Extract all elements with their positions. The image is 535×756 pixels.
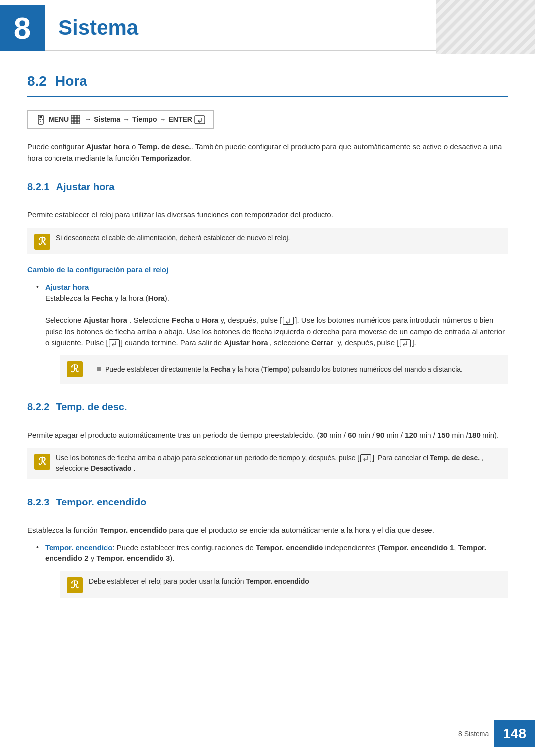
svg-point-6 (40, 121, 41, 122)
footer-label: 8 Sistema (458, 729, 494, 739)
menu-label: MENU (49, 114, 69, 125)
enter-inline-3 (400, 339, 411, 347)
enter-inline-4 (360, 454, 371, 462)
chapter-title: Sistema (58, 12, 138, 43)
arrow-sep-2: → (123, 114, 130, 125)
subsection-8-2-1-body: Permite establecer el reloj para utiliza… (27, 209, 508, 221)
svg-point-5 (40, 119, 41, 120)
page-content: 8.2 Hora MENU → (0, 71, 535, 648)
temporizador-bold: Temporizador (141, 154, 190, 162)
enter-inline-2 (109, 339, 120, 347)
bullet-list-823: Tempor. encendido: Puede establecer tres… (27, 542, 508, 598)
svg-rect-11 (77, 115, 80, 118)
bullet-ajustar-sub2: Seleccione Ajustar hora . Seleccione Fec… (45, 316, 505, 347)
subsection-8-2-1-label: Ajustar hora (56, 179, 114, 194)
intro-paragraph: Puede configurar Ajustar hora o Temp. de… (27, 141, 508, 164)
hora-bold: Hora (148, 294, 165, 302)
salir-ajustar: Ajustar hora (224, 338, 268, 347)
cambio-heading: Cambio de la configuración para el reloj (27, 264, 508, 276)
seleccione-fecha: Fecha (172, 316, 193, 324)
svg-rect-4 (40, 116, 42, 118)
tempor-enc-bullet-title: Tempor. encendido (45, 543, 112, 552)
menu-path-box: MENU → Sistema → Tiempo → ENTER (27, 110, 214, 129)
svg-rect-21 (283, 317, 294, 325)
tempor-enc-note-bold: Tempor. encendido (246, 577, 309, 585)
tempor-3: Tempor. encendido 3 (96, 554, 170, 562)
svg-rect-9 (71, 115, 74, 118)
subsection-8-2-3: 8.2.3 Tempor. encendido Establezca la fu… (27, 495, 508, 598)
arrow-sep-1: → (84, 114, 91, 125)
enter-inline-1 (283, 317, 294, 325)
bullet-ajustar-sub1: Establezca la Fecha y la hora (Hora). (45, 294, 169, 302)
menu-sistema: Sistema (94, 114, 120, 125)
150min: 150 (437, 431, 450, 439)
60min: 60 (348, 431, 356, 439)
enter-icon (194, 115, 205, 124)
180min: 180 (468, 431, 481, 439)
svg-rect-17 (77, 121, 80, 124)
120min: 120 (405, 431, 417, 439)
fecha-bold-2: Fecha (210, 365, 230, 373)
section-8-2-header: 8.2 Hora (27, 71, 508, 97)
svg-rect-23 (400, 340, 411, 347)
tempor-enc-bold: Tempor. encendido (100, 526, 167, 534)
svg-text:ℛ: ℛ (71, 363, 79, 374)
tiempo-bold: Tiempo (263, 365, 288, 373)
subsection-8-2-1-number: 8.2.1 (27, 179, 49, 194)
square-note-row: Puede establecer directamente la Fecha y… (97, 364, 463, 375)
note-cable: ℛ Si desconecta el cable de alimentación… (27, 228, 508, 254)
svg-text:ℛ: ℛ (38, 456, 47, 467)
subsection-8-2-2-title: 8.2.2 Temp. de desc. (27, 400, 508, 422)
90min: 90 (376, 431, 385, 439)
note-icon-1: ℛ (34, 234, 50, 250)
ajustar-hora-bold: Ajustar hora (86, 142, 129, 151)
grid-icon (71, 115, 80, 124)
chapter-number-block: 8 (0, 5, 45, 51)
desactivado-bold: Desactivado (91, 464, 131, 472)
arrow-sep-3: → (159, 114, 166, 125)
menu-tiempo: Tiempo (132, 114, 157, 125)
tempor-enc-bold-2: Tempor. encendido (256, 543, 323, 552)
subsection-8-2-3-number: 8.2.3 (27, 495, 49, 509)
svg-rect-12 (71, 118, 74, 121)
svg-rect-2 (436, 0, 535, 54)
bullet-list-821: Ajustar hora Establezca la Fecha y la ho… (27, 282, 508, 384)
subsection-8-2-2-number: 8.2.2 (27, 400, 49, 414)
subsection-8-2-2-body: Permite apagar el producto automáticamen… (27, 429, 508, 441)
section-number: 8.2 (27, 71, 47, 92)
svg-rect-15 (71, 121, 74, 124)
note-tempor-enc-text: Debe establecer el reloj para poder usar… (89, 576, 309, 587)
subsection-8-2-2-label: Temp. de desc. (56, 400, 127, 414)
fecha-bold: Fecha (91, 294, 112, 302)
bullet-item-ajustar: Ajustar hora Establezca la Fecha y la ho… (36, 282, 508, 384)
tempor-1: Tempor. encendido 1 (380, 543, 454, 552)
note-icon-2: ℛ (34, 454, 50, 470)
svg-text:ℛ: ℛ (71, 579, 79, 590)
remote-icon (36, 115, 46, 125)
30min: 30 (320, 431, 328, 439)
seleccione-hora: Hora (202, 316, 218, 324)
svg-rect-28 (361, 454, 371, 462)
note-cable-text: Si desconecta el cable de alimentación, … (56, 233, 290, 243)
svg-rect-16 (74, 121, 77, 124)
cerrar-bold: Cerrar (311, 338, 333, 347)
page-number: 148 (494, 720, 535, 747)
inner-note-content: Puede establecer directamente la Fecha y… (89, 360, 463, 379)
square-bullet-icon (97, 367, 101, 371)
subsection-8-2-1: 8.2.1 Ajustar hora Permite establecer el… (27, 179, 508, 384)
subsection-8-2-3-label: Tempor. encendido (56, 495, 146, 509)
temp-desc-note-bold: Temp. de desc. (430, 454, 480, 462)
svg-rect-22 (109, 340, 119, 347)
subsection-8-2-3-title: 8.2.3 Tempor. encendido (27, 495, 508, 517)
svg-point-7 (39, 119, 40, 120)
note-temp-desc: ℛ Use los botones de flecha arriba o aba… (27, 448, 508, 479)
note-icon-3: ℛ (67, 577, 83, 593)
subsection-8-2-3-body: Establezca la función Tempor. encendido … (27, 524, 508, 536)
bullet-item-tempor: Tempor. encendido: Puede establecer tres… (36, 542, 508, 598)
menu-enter-label: ENTER (168, 114, 192, 125)
bullet-ajustar-title: Ajustar hora (45, 283, 89, 291)
subsection-8-2-2: 8.2.2 Temp. de desc. Permite apagar el p… (27, 400, 508, 479)
seleccione-ajustar: Ajustar hora (84, 316, 127, 324)
inner-note-box: ℛ Puede establecer directamente la Fecha… (60, 355, 508, 384)
svg-rect-10 (74, 115, 77, 118)
